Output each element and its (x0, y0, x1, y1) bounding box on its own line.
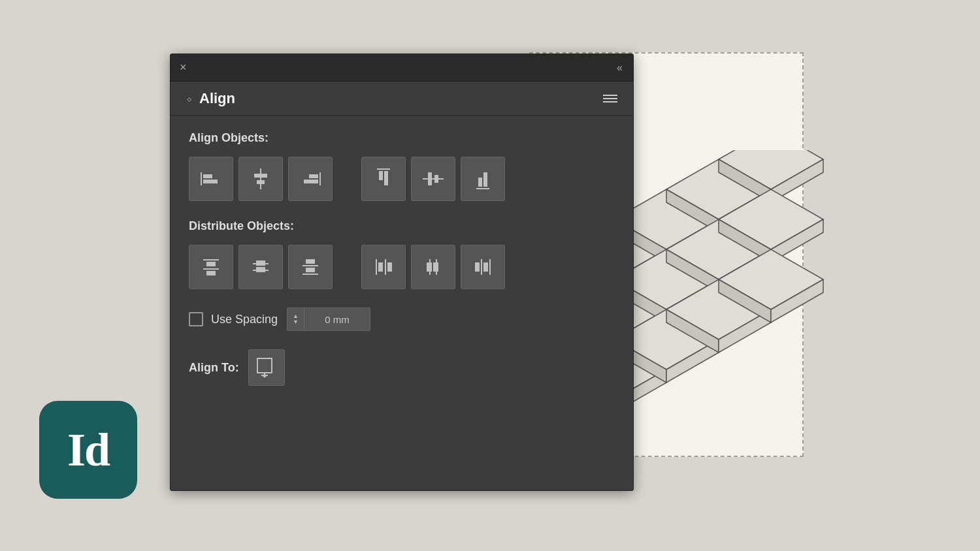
svg-rect-50 (434, 175, 438, 183)
svg-rect-57 (206, 271, 216, 276)
svg-rect-59 (256, 260, 265, 266)
svg-rect-78 (257, 358, 272, 373)
panel-title: Align (199, 90, 235, 107)
distribute-left-button[interactable] (361, 245, 406, 289)
use-spacing-row: Use Spacing ▲ ▼ (189, 307, 615, 331)
svg-rect-38 (203, 180, 218, 183)
svg-rect-56 (203, 268, 219, 270)
svg-rect-53 (483, 172, 487, 187)
indesign-logo: Id (39, 401, 137, 499)
distribute-objects-label: Distribute Objects: (189, 219, 615, 233)
align-buttons-row (189, 157, 615, 201)
panel-menu-button[interactable] (603, 95, 617, 102)
svg-rect-67 (378, 262, 383, 272)
svg-rect-71 (427, 262, 432, 272)
svg-rect-61 (256, 267, 265, 272)
svg-rect-76 (483, 262, 488, 272)
align-to-label: Align To: (189, 361, 239, 375)
align-bottom-button[interactable] (461, 157, 505, 201)
svg-rect-41 (257, 180, 265, 184)
svg-rect-43 (309, 174, 318, 178)
align-center-v-button[interactable] (411, 157, 455, 201)
svg-rect-37 (203, 174, 212, 178)
svg-rect-46 (379, 171, 383, 180)
svg-rect-75 (481, 259, 482, 275)
svg-rect-63 (302, 265, 318, 266)
distribute-center-h-button[interactable] (238, 245, 283, 289)
align-to-button[interactable] (248, 349, 285, 386)
svg-rect-62 (306, 259, 315, 264)
svg-rect-49 (428, 172, 432, 185)
svg-rect-74 (475, 262, 480, 272)
svg-rect-40 (254, 174, 267, 178)
align-center-h-button[interactable] (238, 157, 283, 201)
distribute-top-button[interactable] (189, 245, 233, 289)
spacing-spinner[interactable]: ▲ ▼ (287, 307, 370, 331)
panel-content: Align Objects: (171, 116, 633, 401)
align-to-row: Align To: (189, 349, 615, 386)
indesign-logo-text: Id (67, 423, 109, 477)
align-top-button[interactable] (361, 157, 406, 201)
use-spacing-checkbox[interactable] (189, 312, 203, 326)
svg-rect-73 (433, 262, 438, 272)
distribute-bottom-button[interactable] (288, 245, 333, 289)
svg-rect-66 (376, 259, 377, 275)
spinner-arrows[interactable]: ▲ ▼ (287, 308, 304, 330)
spinner-down-arrow[interactable]: ▼ (293, 319, 299, 325)
collapse-button[interactable]: « (617, 62, 624, 74)
svg-rect-42 (319, 172, 321, 185)
use-spacing-checkbox-wrapper[interactable]: Use Spacing (189, 312, 278, 326)
align-panel: × « ⬦ Align Align Objects: (170, 54, 634, 491)
align-objects-label: Align Objects: (189, 131, 615, 145)
svg-rect-54 (203, 259, 219, 260)
svg-rect-48 (423, 178, 444, 180)
svg-rect-44 (304, 180, 318, 183)
distribute-right-button[interactable] (461, 245, 505, 289)
svg-rect-55 (206, 262, 216, 266)
align-right-button[interactable] (288, 157, 333, 201)
panel-title-bar: × « (171, 54, 633, 82)
panel-header-arrows: ⬦ (186, 93, 193, 104)
close-button[interactable]: × (180, 61, 187, 74)
svg-rect-39 (260, 168, 261, 189)
align-left-button[interactable] (189, 157, 233, 201)
panel-header: ⬦ Align (171, 82, 633, 116)
svg-rect-68 (385, 259, 386, 275)
svg-rect-45 (377, 168, 390, 170)
use-spacing-label: Use Spacing (211, 313, 278, 326)
spacing-value-input[interactable] (304, 308, 370, 330)
svg-rect-47 (384, 171, 388, 185)
svg-rect-51 (476, 188, 489, 189)
distribute-buttons-row (189, 245, 615, 289)
svg-rect-52 (478, 178, 482, 187)
svg-rect-64 (306, 268, 315, 272)
svg-rect-65 (302, 274, 318, 275)
distribute-center-v-button[interactable] (411, 245, 455, 289)
svg-rect-69 (387, 262, 392, 272)
svg-rect-77 (489, 259, 491, 275)
svg-rect-36 (201, 172, 202, 185)
